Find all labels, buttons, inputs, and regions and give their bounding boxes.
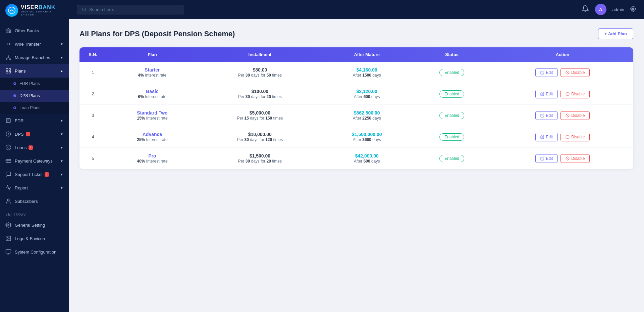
installment-amount: $1,500.00 xyxy=(205,153,315,159)
table-header-row: S.N. Plan Installment After Mature Statu… xyxy=(79,47,633,62)
sidebar-item-fdr-plans-label: FDR Plans xyxy=(19,81,40,86)
sidebar-item-wire-transfer[interactable]: Wire Transfer ▼ xyxy=(0,37,69,51)
sidebar-item-support-ticket[interactable]: Support Ticket ! ▼ xyxy=(0,168,69,181)
sidebar-item-wire-transfer-label: Wire Transfer xyxy=(15,42,41,47)
interest-rate: 15% Interest rate xyxy=(137,116,167,121)
installment-amount: $100.00 xyxy=(205,89,315,94)
topbar-right: A admin xyxy=(582,4,636,15)
plans-submenu: FDR Plans DPS Plans Loan Plans xyxy=(0,78,69,114)
svg-rect-9 xyxy=(9,69,11,70)
mature-detail: After 2250 days xyxy=(353,116,381,121)
status-badge: Enabled xyxy=(439,155,464,162)
sidebar-item-logo-favicon[interactable]: Logo & Favicon xyxy=(0,232,69,245)
sidebar-item-general-setting[interactable]: General Setting xyxy=(0,218,69,232)
report-icon xyxy=(5,185,11,191)
report-chevron: ▼ xyxy=(60,186,63,190)
loan-plans-dot xyxy=(13,106,16,109)
sidebar-item-subscribers[interactable]: Subscribers xyxy=(0,194,69,208)
cell-installment: $5,000.00 Per 15 days for 150 times xyxy=(198,105,322,126)
sidebar-item-dps[interactable]: DPS ! ▼ xyxy=(0,127,69,141)
sidebar-item-report[interactable]: Report ▼ xyxy=(0,181,69,194)
sidebar-item-dps-plans[interactable]: DPS Plans xyxy=(0,90,69,102)
manage-branches-chevron: ▼ xyxy=(60,56,63,59)
sidebar-item-other-banks[interactable]: Other Banks xyxy=(0,24,69,37)
sidebar-item-fdr-plans[interactable]: FDR Plans xyxy=(0,78,69,90)
search-box[interactable] xyxy=(77,5,184,14)
sidebar-item-manage-branches[interactable]: Manage Branches ▼ xyxy=(0,51,69,64)
page-header: All Plans for DPS (Deposit Pension Schem… xyxy=(79,28,633,39)
topbar-gear-icon[interactable] xyxy=(630,6,636,13)
cell-sn: 1 xyxy=(79,62,106,83)
svg-point-7 xyxy=(10,59,11,60)
cell-action: Edit Disable xyxy=(492,148,633,169)
edit-button[interactable]: Edit xyxy=(535,133,558,141)
dps-chevron: ▼ xyxy=(60,132,63,136)
edit-icon xyxy=(540,157,544,161)
cell-action: Edit Disable xyxy=(492,105,633,126)
status-badge: Enabled xyxy=(439,90,464,98)
cell-sn: 5 xyxy=(79,148,106,169)
action-buttons: Edit Disable xyxy=(498,111,627,120)
edit-icon xyxy=(540,71,544,75)
svg-rect-8 xyxy=(6,69,8,70)
cell-action: Edit Disable xyxy=(492,62,633,83)
user-avatar: A xyxy=(595,4,606,15)
disable-icon xyxy=(566,157,570,161)
disable-button[interactable]: Disable xyxy=(560,154,590,163)
installment-amount: $10,000.00 xyxy=(205,132,315,137)
sidebar-item-loan-plans[interactable]: Loan Plans xyxy=(0,102,69,114)
mature-detail: After 1500 days xyxy=(353,73,381,78)
cell-plan: Starter 4% Interest rate xyxy=(106,62,198,83)
edit-button[interactable]: Edit xyxy=(535,68,558,77)
sidebar-item-loans[interactable]: Loans ! ▼ xyxy=(0,141,69,154)
search-input[interactable] xyxy=(89,7,179,12)
sidebar-item-payment-gateways[interactable]: Payment Gateways ▼ xyxy=(0,154,69,168)
edit-icon xyxy=(540,114,544,118)
sidebar-item-fdr[interactable]: FDR ▼ xyxy=(0,114,69,127)
disable-button[interactable]: Disable xyxy=(560,90,590,98)
logo-sub: DIGITAL BANKING SYSTEM xyxy=(21,10,63,16)
cell-status: Enabled xyxy=(412,105,492,126)
interest-rate: 6% Interest rate xyxy=(138,94,167,99)
admin-name: admin xyxy=(612,7,624,12)
plan-name: Standard Two xyxy=(113,110,192,116)
col-sn: S.N. xyxy=(79,47,106,62)
col-status: Status xyxy=(412,47,492,62)
mature-amount: $862,500.00 xyxy=(328,110,406,116)
disable-icon xyxy=(566,135,570,139)
svg-point-5 xyxy=(8,55,9,56)
edit-button[interactable]: Edit xyxy=(535,90,558,98)
action-buttons: Edit Disable xyxy=(498,90,627,98)
plan-name: Advance xyxy=(113,132,192,137)
disable-button[interactable]: Disable xyxy=(560,133,590,141)
svg-point-20 xyxy=(7,199,9,201)
sidebar-item-loan-plans-label: Loan Plans xyxy=(19,105,41,110)
svg-point-23 xyxy=(7,237,8,238)
fdr-chevron: ▼ xyxy=(60,119,63,123)
sidebar-item-plans[interactable]: Plans ▲ xyxy=(0,64,69,78)
support-icon xyxy=(5,171,11,177)
disable-button[interactable]: Disable xyxy=(560,111,590,120)
sidebar-item-subscribers-label: Subscribers xyxy=(15,199,38,204)
sidebar-item-system-configuration[interactable]: System Configuration xyxy=(0,245,69,259)
plans-table-wrapper: S.N. Plan Installment After Mature Statu… xyxy=(79,47,633,169)
disable-icon xyxy=(566,71,570,75)
notification-bell-icon[interactable] xyxy=(582,5,589,14)
plan-name: Basic xyxy=(113,89,192,94)
disable-button[interactable]: Disable xyxy=(560,68,590,77)
edit-button[interactable]: Edit xyxy=(535,154,558,163)
page-title: All Plans for DPS (Deposit Pension Schem… xyxy=(79,30,235,38)
svg-rect-17 xyxy=(6,160,11,163)
table-row: 5 Pro 40% Interest rate $1,500.00 Per 30… xyxy=(79,148,633,169)
cell-mature: $42,000.00 After 600 days xyxy=(322,148,412,169)
add-plan-button[interactable]: + Add Plan xyxy=(598,28,633,39)
svg-line-34 xyxy=(567,114,569,117)
cell-status: Enabled xyxy=(412,83,492,105)
status-badge: Enabled xyxy=(439,112,464,119)
mature-detail: After 600 days xyxy=(354,94,380,99)
sidebar-item-manage-branches-label: Manage Branches xyxy=(15,55,50,60)
fdr-plans-dot xyxy=(13,82,16,85)
plans-chevron: ▲ xyxy=(60,69,63,73)
edit-button[interactable]: Edit xyxy=(535,111,558,120)
sidebar-nav: Other Banks Wire Transfer ▼ Manage Branc… xyxy=(0,21,69,312)
